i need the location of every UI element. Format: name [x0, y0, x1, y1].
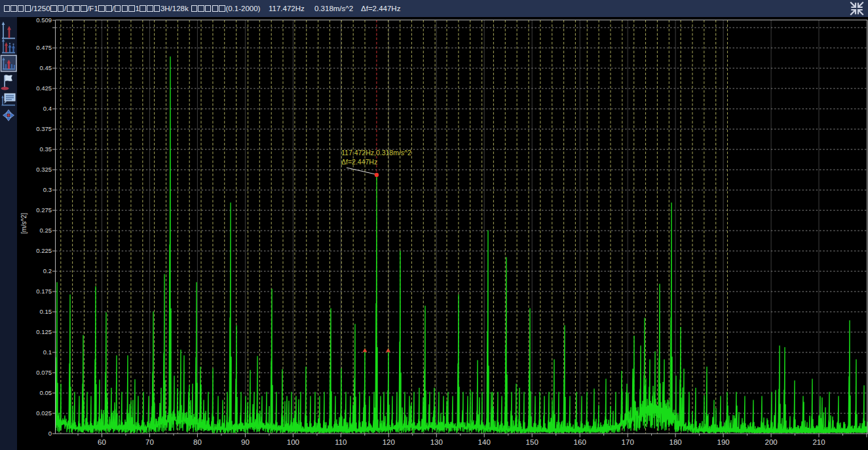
svg-text:150: 150: [526, 438, 538, 446]
svg-text:117.472Hz,0.318m/s^2: 117.472Hz,0.318m/s^2: [341, 149, 411, 157]
svg-text:100: 100: [287, 438, 299, 446]
svg-text:160: 160: [574, 438, 586, 446]
svg-text:0.325: 0.325: [36, 166, 52, 173]
svg-text:140: 140: [478, 438, 491, 446]
svg-text:190: 190: [717, 438, 730, 446]
svg-text:0.175: 0.175: [36, 288, 52, 295]
svg-text:110: 110: [335, 438, 347, 446]
svg-text:80: 80: [193, 438, 202, 446]
svg-text:60: 60: [98, 438, 106, 446]
svg-text:200: 200: [765, 438, 778, 446]
svg-text:0.45: 0.45: [40, 64, 52, 71]
svg-text:0.275: 0.275: [36, 206, 52, 214]
svg-text:170: 170: [622, 438, 634, 446]
svg-text:0: 0: [48, 430, 52, 437]
svg-text:90: 90: [241, 438, 250, 446]
svg-text:120: 120: [383, 438, 395, 446]
svg-text:0.025: 0.025: [36, 409, 52, 417]
svg-text:0.075: 0.075: [36, 369, 52, 376]
svg-text:0.15: 0.15: [40, 308, 52, 315]
svg-text:0.125: 0.125: [36, 328, 52, 335]
svg-text:0.05: 0.05: [40, 389, 52, 396]
svg-text:0.509: 0.509: [36, 16, 52, 24]
svg-text:[m/s^2]: [m/s^2]: [20, 213, 28, 234]
svg-text:0.225: 0.225: [36, 247, 52, 254]
svg-text:0.425: 0.425: [36, 84, 52, 92]
svg-text:0.475: 0.475: [36, 44, 52, 51]
svg-text:0.35: 0.35: [40, 145, 52, 153]
svg-text:0.4: 0.4: [43, 105, 52, 112]
svg-text:0.3: 0.3: [43, 186, 52, 193]
svg-text:0.375: 0.375: [36, 125, 52, 132]
svg-text:70: 70: [145, 438, 154, 446]
svg-text:0.1: 0.1: [43, 348, 52, 356]
svg-text:210: 210: [812, 438, 825, 446]
svg-text:0.2: 0.2: [43, 267, 52, 274]
svg-text:0.25: 0.25: [40, 227, 52, 234]
svg-text:Δf=2.447Hz: Δf=2.447Hz: [341, 158, 377, 166]
svg-text:180: 180: [670, 438, 682, 446]
svg-text:130: 130: [430, 438, 443, 446]
